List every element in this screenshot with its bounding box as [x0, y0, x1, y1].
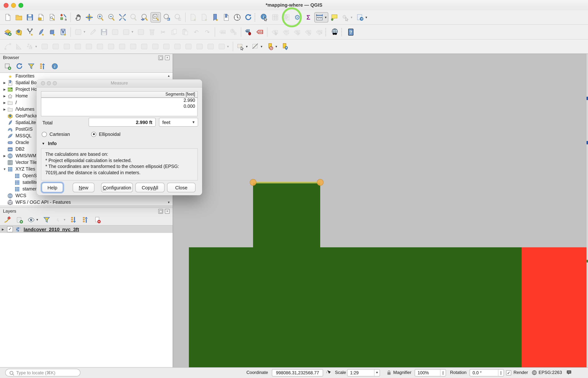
- layer-row[interactable]: ▶✓landcover_2010_nyc_3ft: [0, 226, 173, 233]
- close-button[interactable]: Close: [167, 183, 195, 192]
- metasearch-button[interactable]: [330, 27, 340, 37]
- tree-expander-icon[interactable]: ▶: [2, 108, 7, 111]
- close-panel-icon[interactable]: ×: [165, 55, 170, 60]
- new-spatialite-layer-button[interactable]: ★: [36, 27, 46, 37]
- help-button[interactable]: Help: [42, 183, 63, 192]
- dropdown-arrow-icon[interactable]: ▼: [350, 16, 353, 19]
- configuration-button[interactable]: Configuration: [101, 183, 133, 192]
- dropdown-arrow-icon[interactable]: ▼: [260, 45, 263, 48]
- manage-map-themes-button[interactable]: ▼: [26, 215, 40, 225]
- new-print-layout-button[interactable]: [36, 12, 46, 23]
- dropdown-arrow-icon[interactable]: ▼: [35, 218, 39, 221]
- dropdown-arrow-icon[interactable]: ▼: [63, 218, 66, 221]
- new-spatial-bookmark-button[interactable]: ★: [210, 12, 220, 23]
- refresh-browser-button[interactable]: [14, 61, 24, 71]
- units-dropdown[interactable]: feet▼: [159, 118, 198, 127]
- new-project-button[interactable]: [3, 12, 13, 23]
- spinner-arrows-icon[interactable]: ▲▼: [498, 369, 503, 376]
- lock-scale-icon[interactable]: [386, 369, 392, 376]
- pan-map-button[interactable]: [73, 12, 83, 23]
- total-value-field[interactable]: 2.990 ft: [89, 118, 156, 127]
- close-window-button[interactable]: [4, 3, 9, 8]
- filter-legend-button[interactable]: [41, 215, 52, 225]
- spinner-arrows-icon[interactable]: ▲▼: [440, 369, 446, 376]
- zoom-in-button[interactable]: [95, 12, 105, 23]
- highlight-pinned-labels-button[interactable]: ab: [243, 27, 254, 37]
- new-virtual-layer-button[interactable]: ★: [47, 27, 57, 37]
- layer-expander-icon[interactable]: ▶: [0, 228, 6, 231]
- scale-combobox[interactable]: 1:29 ▼: [347, 369, 380, 377]
- ellipsoidal-radio[interactable]: Ellipsoidal: [91, 131, 120, 137]
- new-temporary-scratch-layer-button[interactable]: ★: [58, 27, 68, 37]
- close-panel-icon[interactable]: ×: [165, 209, 170, 214]
- tree-expander-icon[interactable]: ▶: [2, 101, 7, 104]
- tree-expander-icon[interactable]: ▶: [2, 94, 7, 98]
- dialog-minimize-button[interactable]: [47, 81, 51, 85]
- pan-map-to-selection-button[interactable]: [84, 12, 94, 23]
- open-project-button[interactable]: [14, 12, 24, 23]
- dialog-zoom-button[interactable]: [53, 81, 57, 85]
- tree-expander-icon[interactable]: ▼: [2, 167, 7, 171]
- toolbar-drag-handle[interactable]: [255, 13, 257, 21]
- select-features-by-area-button[interactable]: ▼: [235, 41, 249, 52]
- help-button[interactable]: ?: [346, 27, 356, 37]
- minimize-window-button[interactable]: [11, 3, 16, 8]
- show-layout-manager-button[interactable]: [47, 12, 57, 23]
- dropdown-arrow-icon[interactable]: ▼: [226, 45, 230, 48]
- dropdown-arrow-icon[interactable]: ▼: [364, 16, 368, 19]
- zoom-full-extent-button[interactable]: [117, 12, 128, 23]
- scroll-down-icon[interactable]: ▼: [166, 200, 171, 205]
- browser-item-wfs-ogc-api-features[interactable]: WFS / OGC API - Features: [0, 199, 173, 206]
- zoom-window-button[interactable]: [18, 3, 23, 8]
- dropdown-arrow-icon[interactable]: ▼: [34, 45, 38, 48]
- show-statistics-button[interactable]: Σ: [303, 12, 314, 23]
- data-source-manager-button[interactable]: [3, 27, 13, 37]
- show-spatial-bookmarks-button[interactable]: [221, 12, 231, 23]
- dropdown-arrow-icon[interactable]: ▼: [324, 16, 328, 19]
- new-geopackage-layer-button[interactable]: ★: [14, 27, 24, 37]
- coordinate-input[interactable]: 998086.31,232568.77: [272, 369, 323, 377]
- float-panel-icon[interactable]: [158, 55, 163, 60]
- enable-disable-properties-widget-button[interactable]: i: [50, 61, 60, 71]
- dialog-close-button[interactable]: [41, 81, 45, 85]
- crs-status-label[interactable]: EPSG:2263: [538, 368, 562, 378]
- messages-icon[interactable]: [566, 369, 574, 376]
- add-group-button[interactable]: [14, 215, 24, 225]
- tree-expander-icon[interactable]: ▶: [2, 88, 7, 91]
- dropdown-arrow-icon[interactable]: ▼: [274, 45, 278, 48]
- crs-globe-icon[interactable]: [531, 369, 537, 376]
- locator-search-input[interactable]: Type to locate (⌘K): [5, 369, 80, 377]
- browser-item-favorites[interactable]: ★Favorites: [0, 73, 173, 79]
- scroll-up-icon[interactable]: ▲: [166, 73, 171, 78]
- layer-visibility-checkbox[interactable]: ✓: [7, 226, 13, 232]
- magnifier-spinbox[interactable]: 100% ▲▼: [415, 369, 446, 377]
- tree-expander-icon[interactable]: ▶: [2, 154, 7, 157]
- open-layer-styling-panel-button[interactable]: [2, 215, 13, 225]
- render-checkbox[interactable]: ✓: [506, 370, 511, 375]
- rotation-spinbox[interactable]: 0.0 ° ▲▼: [470, 369, 504, 377]
- dropdown-arrow-icon[interactable]: ▼: [374, 369, 380, 376]
- dropdown-arrow-icon[interactable]: ▼: [83, 30, 86, 34]
- float-panel-icon[interactable]: [158, 209, 163, 214]
- zoom-last-button[interactable]: [162, 12, 172, 23]
- filter-browser-button[interactable]: [26, 61, 36, 71]
- dropdown-arrow-icon[interactable]: ▼: [131, 30, 134, 34]
- collapse-all-button[interactable]: [38, 61, 48, 71]
- copy-all-button[interactable]: Copy All: [135, 183, 165, 192]
- processing-toolbox-button[interactable]: ⚙: [292, 12, 303, 23]
- cartesian-radio[interactable]: Cartesian: [42, 131, 70, 137]
- zoom-out-button[interactable]: [106, 12, 116, 23]
- select-features-by-location-button[interactable]: [280, 41, 290, 52]
- info-collapse-header[interactable]: ▼ Info: [42, 141, 57, 146]
- expand-all-button[interactable]: [69, 215, 79, 225]
- collapse-all-layers-button[interactable]: [80, 215, 91, 225]
- toolbar-drag-handle[interactable]: [325, 28, 328, 36]
- map-canvas[interactable]: [173, 54, 588, 368]
- style-manager-button[interactable]: a: [58, 12, 68, 23]
- invert-selection-button[interactable]: ▼: [250, 41, 264, 52]
- new-button[interactable]: New: [73, 183, 94, 192]
- measure-dialog-titlebar[interactable]: Measure: [37, 79, 202, 87]
- temporal-controller-button[interactable]: [232, 12, 242, 23]
- deselect-features-from-all-layers-button[interactable]: ▼: [265, 41, 279, 52]
- remove-layer-group-button[interactable]: [92, 215, 102, 225]
